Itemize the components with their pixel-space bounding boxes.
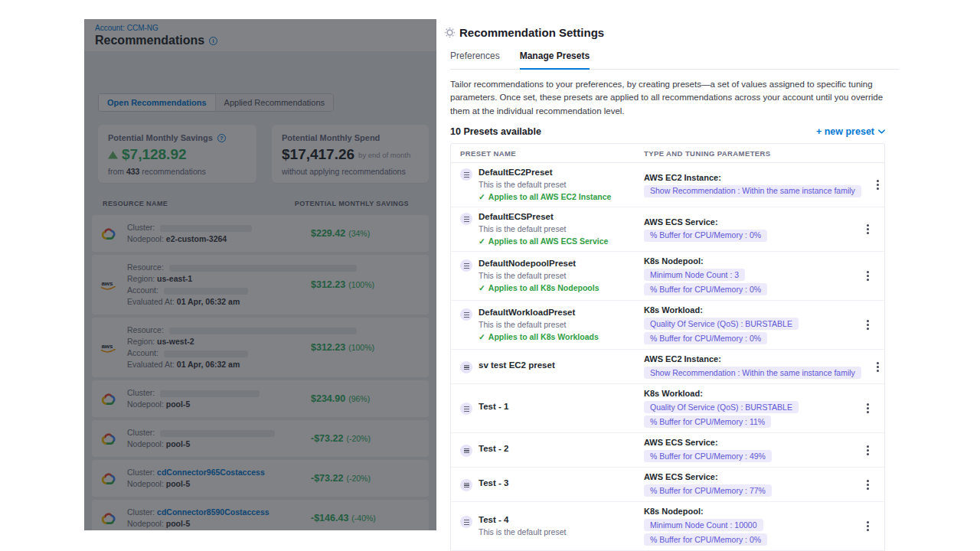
preset-icon [460,259,472,272]
preset-type: AWS ECS Service: [644,472,851,482]
preset-name-cell: Test - 4This is the default preset [451,515,644,537]
preset-row[interactable]: DefaultECSPresetThis is the default pres… [451,207,884,252]
tuning-parameter-chip: Minimum Node Count : 10000 [644,519,763,531]
tuning-parameter-chip: Quality Of Service (QoS) : BURSTABLE [644,401,799,413]
check-icon: ✓ [479,236,485,246]
preset-type: AWS EC2 Instance: [644,173,861,183]
tuning-parameter-chip: Show Recommendation : Within the same in… [644,185,861,197]
drawer-title: Recommendation Settings [459,26,604,39]
preset-params-cell: AWS EC2 Instance:Show Recommendation : W… [644,173,861,197]
preset-name-block: Test - 3 [479,478,508,488]
col-type-tuning-parameters: TYPE AND TUNING PARAMETERS [644,149,851,158]
preset-row[interactable]: sv test EC2 presetAWS EC2 Instance:Show … [451,350,884,384]
preset-row[interactable]: Test - 3AWS ECS Service:% Buffer for CPU… [451,468,884,502]
preset-menu-cell [851,224,884,234]
check-icon: ✓ [479,283,485,292]
preset-row[interactable]: Test - 2AWS ECS Service:% Buffer for CPU… [451,433,884,468]
preset-params-cell: K8s Workload:Quality Of Service (QoS) : … [644,389,851,428]
preset-row[interactable]: DefaultEC2PresetThis is the default pres… [451,163,884,207]
preset-applies-to: ✓Applies to all K8s Nodepools [479,283,599,293]
preset-icon [460,308,472,321]
preset-name-cell: DefaultECSPresetThis is the default pres… [451,212,644,246]
preset-name-block: Test - 1 [479,402,508,412]
tab-preferences[interactable]: Preferences [450,51,500,69]
chevron-down-icon [878,129,885,134]
tuning-parameter-chip: % Buffer for CPU/Memory : 0% [644,533,767,546]
preset-params-cell: AWS ECS Service:% Buffer for CPU/Memory … [644,217,851,242]
row-menu-button[interactable] [862,224,873,234]
preset-menu-cell [851,480,884,490]
presets-table-rows: DefaultEC2PresetThis is the default pres… [451,163,884,551]
preset-menu-cell [851,320,884,330]
preset-type: K8s Nodepool: [644,507,851,517]
preset-name-block: DefaultEC2PresetThis is the default pres… [479,168,611,202]
presets-table-header: PRESET NAME TYPE AND TUNING PARAMETERS [451,144,884,163]
tuning-parameter-chip: % Buffer for CPU/Memory : 11% [644,416,771,428]
preset-name-block: DefaultNodepoolPresetThis is the default… [479,259,599,293]
preset-type: AWS EC2 Instance: [644,354,861,364]
tuning-parameter-chip: % Buffer for CPU/Memory : 0% [644,230,767,242]
check-icon: ✓ [479,332,485,341]
preset-name-cell: Test - 3 [451,478,644,491]
row-menu-button[interactable] [862,403,873,413]
preset-menu-cell [851,271,884,281]
preset-row[interactable]: DefaultWorkloadPresetThis is the default… [451,301,884,350]
preset-name: Test - 2 [479,444,508,454]
preset-name: DefaultEC2Preset [479,168,611,178]
preset-menu-cell [851,445,884,455]
preset-description: This is the default preset [479,527,566,537]
preset-row[interactable]: Test - 1K8s Workload:Quality Of Service … [451,384,884,433]
preset-menu-cell [851,521,884,531]
preset-name-cell: sv test EC2 preset [451,360,644,373]
preset-name: sv test EC2 preset [479,360,555,370]
preset-params-cell: AWS EC2 Instance:Show Recommendation : W… [644,354,861,379]
preset-name-block: Test - 4This is the default preset [479,515,566,537]
preset-applies-to: ✓Applies to all AWS ECS Service [479,236,608,246]
preset-icon [460,479,472,491]
preset-name-cell: Test - 1 [451,402,644,415]
preset-icon [460,445,472,457]
row-menu-button[interactable] [862,445,873,455]
row-menu-button[interactable] [862,320,873,330]
preset-icon [460,213,472,225]
new-preset-button[interactable]: + new preset [816,126,885,137]
preset-menu-cell [851,403,884,413]
row-menu-button[interactable] [862,521,873,531]
preset-params-cell: K8s Workload:Quality Of Service (QoS) : … [644,305,851,344]
preset-icon [460,516,472,528]
row-menu-button[interactable] [873,180,884,190]
tuning-parameter-chip: Minimum Node Count : 3 [644,269,745,281]
preset-params-cell: AWS ECS Service:% Buffer for CPU/Memory … [644,472,851,497]
presets-description: Tailor recommendations to your preferenc… [450,78,903,118]
preset-description: This is the default preset [479,271,599,281]
preset-params-cell: K8s Nodepool:Minimum Node Count : 3% Buf… [644,256,851,295]
row-menu-button[interactable] [873,362,884,372]
tuning-parameter-chip: % Buffer for CPU/Memory : 0% [644,332,767,344]
recommendation-settings-drawer: Recommendation Settings Preferences Mana… [436,0,980,551]
col-preset-name: PRESET NAME [451,149,644,158]
presets-table: PRESET NAME TYPE AND TUNING PARAMETERS D… [450,143,885,551]
preset-type: K8s Workload: [644,389,851,399]
preset-row[interactable]: DefaultNodepoolPresetThis is the default… [451,252,884,301]
preset-params-cell: AWS ECS Service:% Buffer for CPU/Memory … [644,438,851,462]
preset-menu-cell [861,362,895,372]
tab-manage-presets[interactable]: Manage Presets [520,51,590,70]
preset-row[interactable]: Test - 4This is the default presetK8s No… [451,502,884,551]
preset-name: DefaultNodepoolPreset [479,259,599,269]
preset-name-block: DefaultWorkloadPresetThis is the default… [479,308,599,342]
presets-count: 10 Presets available [450,126,541,137]
preset-name: DefaultECSPreset [479,212,608,222]
modal-overlay[interactable] [84,19,436,530]
preset-type: K8s Workload: [644,305,851,315]
preset-icon [460,168,472,181]
row-menu-button[interactable] [862,271,873,281]
row-menu-button[interactable] [862,480,873,490]
settings-tabbar: Preferences Manage Presets [450,51,899,70]
preset-applies-to: ✓Applies to all AWS EC2 Instance [479,192,611,202]
preset-name-cell: Test - 2 [451,444,644,457]
tuning-parameter-chip: Quality Of Service (QoS) : BURSTABLE [644,318,799,330]
preset-icon [460,361,472,373]
preset-name: Test - 3 [479,478,508,488]
preset-params-cell: K8s Nodepool:Minimum Node Count : 10000%… [644,507,851,546]
gear-icon [445,28,455,37]
